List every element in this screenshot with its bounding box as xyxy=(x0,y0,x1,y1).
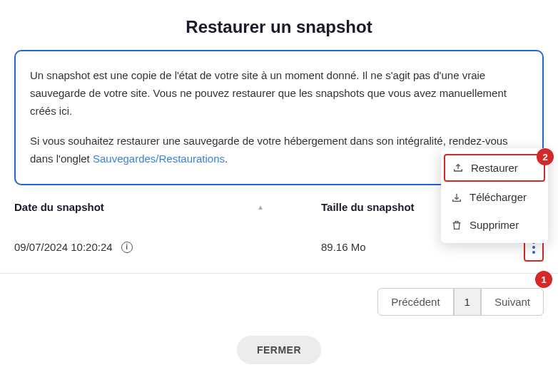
dropdown-item-restore[interactable]: Restaurer 2 xyxy=(444,154,545,182)
dropdown-item-download[interactable]: Télécharger xyxy=(441,183,548,211)
actions-dropdown: Restaurer 2 Télécharger Supprimer xyxy=(441,148,548,243)
restore-icon xyxy=(452,163,464,174)
close-button[interactable]: FERMER xyxy=(237,336,321,364)
pagination: Précédent 1 Suivant xyxy=(0,274,558,316)
cell-date: 09/07/2024 10:20:24 i xyxy=(14,241,321,253)
download-icon xyxy=(451,192,462,203)
info-paragraph-1: Un snapshot est une copie de l'état de v… xyxy=(30,67,528,120)
info-icon[interactable]: i xyxy=(121,242,133,253)
dropdown-item-delete[interactable]: Supprimer xyxy=(441,211,548,239)
trash-icon xyxy=(451,220,462,231)
annotation-badge-1: 1 xyxy=(535,271,552,288)
modal-title: Restaurer un snapshot xyxy=(0,0,558,50)
sort-asc-icon: ▲ xyxy=(257,203,321,211)
annotation-badge-2: 2 xyxy=(537,148,554,165)
pagination-prev[interactable]: Précédent xyxy=(377,288,453,316)
pagination-next[interactable]: Suivant xyxy=(481,288,544,316)
pagination-page-current[interactable]: 1 xyxy=(454,288,481,316)
backups-link[interactable]: Sauvegardes/Restaurations xyxy=(93,153,225,165)
column-header-date[interactable]: Date du snapshot ▲ xyxy=(14,201,321,213)
